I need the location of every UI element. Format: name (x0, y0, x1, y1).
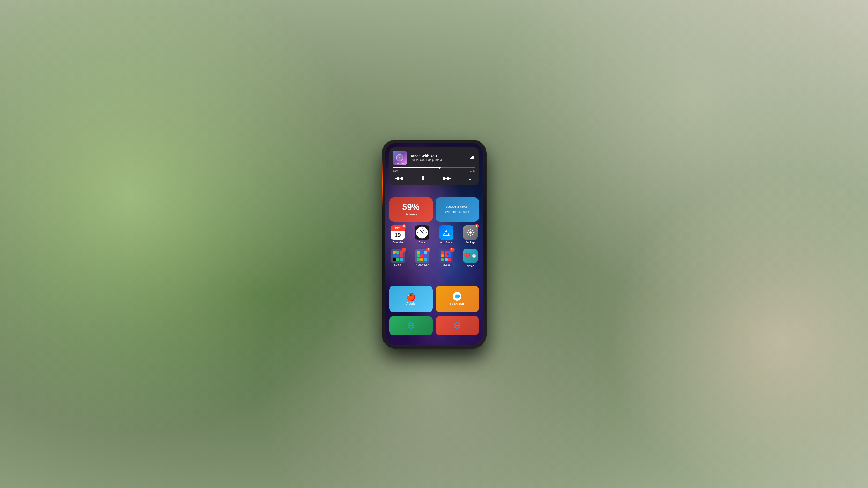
app-item-calendar[interactable]: MON 19 3 Calendar (390, 225, 406, 244)
mini-app (393, 251, 396, 254)
svg-text:6: 6 (422, 236, 422, 237)
mini-app (420, 254, 424, 257)
mini-app (420, 258, 424, 261)
mini-app (444, 251, 448, 254)
svg-text:3: 3 (426, 232, 426, 233)
time-elapsed: 2:10 (393, 169, 398, 172)
discgolf-widget[interactable]: 🥏 DiscGolf (436, 286, 479, 312)
productivity-label: Productivity (415, 263, 429, 266)
settings-label: Settings (466, 241, 475, 244)
red-widget[interactable]: 🌐 (436, 316, 479, 335)
app-item-social[interactable]: 1 Social (390, 249, 406, 267)
mini-app (417, 251, 420, 254)
batteries-widget[interactable]: 59% Batteries (390, 197, 433, 222)
discgolf-icon: 🥏 (453, 292, 461, 301)
mini-app (393, 258, 396, 261)
progress-bar-fill (393, 167, 440, 168)
airplay-button[interactable] (467, 175, 473, 181)
mini-app (441, 258, 444, 261)
appstore-icon (439, 225, 454, 240)
productivity-folder-icon: 2 (415, 249, 429, 263)
mini-app (441, 251, 444, 254)
media-label: Media (442, 263, 450, 266)
album-art: ● BLINK TWICE (393, 151, 407, 165)
playback-controls: ◀◀ ⏸ ▶▶ (393, 174, 475, 182)
svg-point-17 (422, 232, 423, 233)
calendar-badge: 3 (402, 224, 406, 228)
app-item-settings[interactable]: 1 Settings (462, 225, 479, 244)
progress-times: 2:10 -1:37 (393, 169, 475, 172)
mini-app (424, 254, 427, 257)
weather-widget[interactable]: Updated at 9:50am Weather Network (436, 197, 479, 222)
widget-row: 59% Batteries Updated at 9:50am Weather … (390, 197, 479, 222)
mini-app (444, 258, 448, 261)
mini-app (400, 258, 403, 261)
svg-rect-1 (471, 157, 472, 159)
mini-app (420, 251, 424, 254)
media-badge: 23 (450, 248, 455, 252)
mini-app (396, 251, 399, 254)
clock-label: Clock (418, 241, 426, 244)
mini-app (424, 258, 427, 261)
svg-point-18 (469, 231, 472, 234)
forward-button[interactable]: ▶▶ (443, 175, 451, 181)
svg-text:12: 12 (422, 228, 423, 230)
calendar-label: Calendar (392, 241, 403, 244)
batteries-label: Batteries (405, 213, 417, 216)
social-badge: 1 (402, 248, 406, 252)
album-art-disc: ● (396, 154, 403, 161)
app-item-productivity[interactable]: 2 Productivity (413, 249, 431, 267)
apple-icon: 🍎 (406, 292, 416, 302)
svg-rect-0 (470, 158, 471, 159)
media-folder-icon: 23 (439, 249, 454, 263)
app-item-watch[interactable]: ❤️ ⌚ Watch (462, 249, 479, 267)
clock-icon: 12 3 6 9 (415, 225, 429, 240)
calendar-date: 19 (395, 231, 401, 240)
social-label: Social (394, 263, 401, 266)
scene: ● BLINK TWICE Dance With You Arkells, Cœ… (0, 0, 868, 488)
bottom-widgets-2: 🌐 🌐 (390, 316, 479, 335)
appstore-label: App Store (440, 241, 452, 244)
album-label: BLINK TWICE (393, 163, 407, 164)
app-item-media[interactable]: 23 Media (438, 249, 455, 267)
app-item-clock[interactable]: 12 3 6 9 (413, 225, 431, 244)
song-title: Dance With You (410, 154, 467, 158)
app-row-2: 1 Social (390, 249, 479, 267)
weather-update-text: Updated at 9:50am (446, 205, 468, 208)
mini-app (400, 254, 403, 257)
bottom-widgets: 🍎 Apple 🥏 DiscGolf (390, 286, 479, 312)
productivity-badge: 2 (426, 248, 431, 252)
mini-app (441, 254, 444, 257)
watch-label: Watch (467, 264, 474, 267)
svg-rect-3 (473, 156, 474, 159)
battery-percent: 59% (402, 203, 420, 212)
rewind-button[interactable]: ◀◀ (395, 175, 403, 181)
mini-app (417, 258, 420, 261)
calendar-icon: MON 19 3 (391, 225, 405, 240)
settings-icon: 1 (463, 225, 478, 240)
social-folder-icon: 1 (391, 249, 405, 263)
app-item-appstore[interactable]: App Store (438, 225, 455, 244)
pause-button[interactable]: ⏸ (420, 174, 426, 182)
green-widget[interactable]: 🌐 (390, 316, 433, 335)
watch-icon: ❤️ ⌚ (463, 249, 478, 263)
apple-widget[interactable]: 🍎 Apple (390, 286, 433, 312)
settings-badge: 1 (474, 224, 479, 228)
phone-screen: ● BLINK TWICE Dance With You Arkells, Cœ… (385, 143, 483, 345)
phone-container: ● BLINK TWICE Dance With You Arkells, Cœ… (382, 140, 486, 348)
song-info: Dance With You Arkells, Cœur de pirate & (410, 154, 467, 162)
svg-text:9: 9 (417, 232, 418, 233)
song-artist: Arkells, Cœur de pirate & (410, 158, 467, 162)
weather-label: Weather Network (445, 210, 469, 214)
progress-bar-bg (393, 167, 475, 168)
mini-app (448, 258, 451, 261)
now-playing-widget[interactable]: ● BLINK TWICE Dance With You Arkells, Cœ… (390, 148, 479, 185)
discgolf-label: DiscGolf (450, 302, 464, 306)
apple-label: Apple (406, 302, 416, 305)
mini-app (396, 254, 399, 257)
app-row-1: MON 19 3 Calendar (390, 225, 479, 244)
mini-app (444, 254, 448, 257)
phone-edge-highlight (382, 160, 383, 208)
progress-container[interactable]: 2:10 -1:37 (393, 167, 475, 172)
svg-rect-4 (474, 155, 475, 159)
